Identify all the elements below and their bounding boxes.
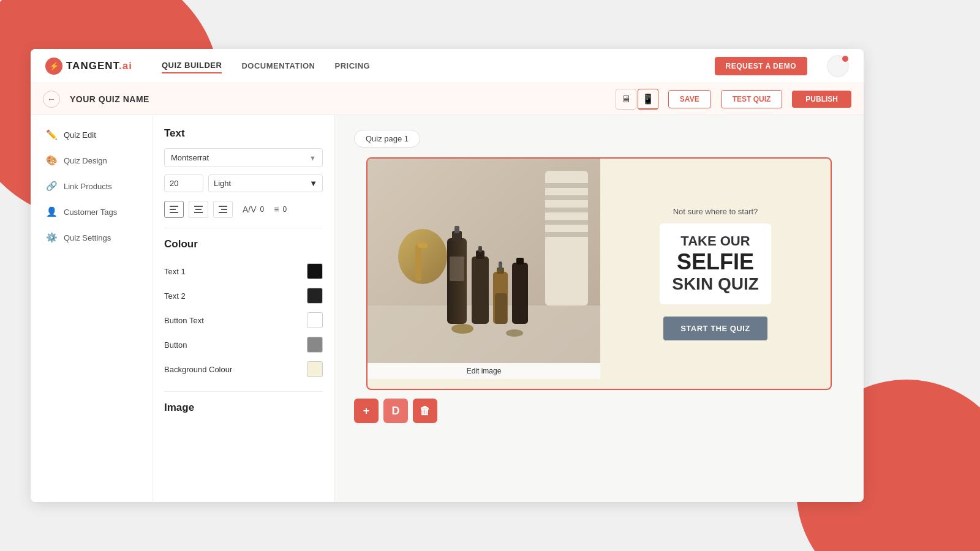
publish-button[interactable]: PUBLISH <box>792 91 851 108</box>
font-weight-select[interactable]: Light ▼ <box>208 174 323 192</box>
svg-rect-5 <box>194 212 203 213</box>
font-family-select[interactable]: Montserrat ▼ <box>164 148 323 167</box>
line-height-value: 0 <box>282 205 287 214</box>
colour-button-text-label: Button Text <box>164 316 204 325</box>
colour-section-title: Colour <box>164 238 323 250</box>
sidebar-item-label-quiz-design: Quiz Design <box>64 156 107 165</box>
logo-icon: ⚡ <box>45 58 62 75</box>
svg-rect-1 <box>170 209 176 210</box>
panel-divider-2 <box>164 391 323 392</box>
nav-documentation[interactable]: DOCUMENTATION <box>241 59 315 73</box>
svg-rect-15 <box>545 183 588 188</box>
nav-quiz-builder[interactable]: QUIZ BUILDER <box>162 58 222 73</box>
align-center-button[interactable] <box>189 201 208 218</box>
svg-rect-12 <box>415 244 421 281</box>
font-family-value: Montserrat <box>171 153 209 162</box>
colour-text2-swatch[interactable] <box>307 288 323 304</box>
sidebar-item-label-customer-tags: Customer Tags <box>64 208 117 217</box>
back-button[interactable]: ← <box>43 91 60 108</box>
product-image-svg <box>368 159 600 379</box>
colour-button-text-swatch[interactable] <box>307 312 323 328</box>
quiz-card: Edit image Not sure where to start? TAKE… <box>366 157 832 390</box>
colour-button-row: Button <box>164 332 323 357</box>
colour-background-swatch[interactable] <box>307 361 323 377</box>
quiz-settings-icon: ⚙️ <box>45 231 58 244</box>
online-indicator <box>842 56 848 62</box>
quiz-page-tab[interactable]: Quiz page 1 <box>354 130 420 148</box>
svg-rect-31 <box>516 258 524 264</box>
svg-rect-16 <box>545 195 588 200</box>
bottom-actions: + D 🗑 <box>354 399 437 423</box>
sidebar-item-quiz-edit[interactable]: ✏️ Quiz Edit <box>34 122 149 147</box>
settings-panel: Text Montserrat ▼ Light ▼ <box>153 115 334 502</box>
line-height-icon: ≡ <box>274 204 279 214</box>
align-right-icon <box>219 206 227 213</box>
svg-rect-14 <box>545 171 588 305</box>
mobile-preview-icon[interactable]: 📱 <box>638 89 658 110</box>
start-quiz-button[interactable]: START THE QUIZ <box>663 317 767 340</box>
svg-rect-7 <box>221 209 227 210</box>
sidebar-item-label-quiz-settings: Quiz Settings <box>64 233 111 242</box>
delete-block-button[interactable]: 🗑 <box>413 399 437 423</box>
colour-button-text-row: Button Text <box>164 308 323 332</box>
svg-rect-22 <box>454 226 459 233</box>
svg-rect-19 <box>545 232 588 237</box>
svg-rect-26 <box>478 246 482 252</box>
image-section-title: Image <box>164 402 323 414</box>
quiz-edit-icon: ✏️ <box>45 129 58 141</box>
svg-rect-17 <box>545 208 588 212</box>
desktop-preview-icon[interactable]: 🖥 <box>616 89 636 110</box>
second-toolbar: ← YOUR QUIZ NAME 🖥 📱 SAVE TEST QUIZ PUBL… <box>31 83 864 115</box>
font-size-input[interactable] <box>164 174 203 192</box>
line-height-group: ≡ 0 <box>274 204 287 214</box>
quiz-card-title1: TAKE OUR <box>672 233 759 249</box>
duplicate-block-button[interactable]: D <box>383 399 408 423</box>
save-button[interactable]: SAVE <box>668 90 711 108</box>
svg-point-33 <box>451 324 473 334</box>
edit-image-bar[interactable]: Edit image <box>368 363 600 379</box>
svg-rect-18 <box>545 220 588 225</box>
customer-tags-icon: 👤 <box>45 206 58 218</box>
top-nav: ⚡ TANGENT.ai QUIZ BUILDER DOCUMENTATION … <box>31 49 864 83</box>
avatar[interactable] <box>827 55 849 77</box>
canvas-area: Quiz page 1 <box>334 115 864 502</box>
quiz-name: YOUR QUIZ NAME <box>70 94 149 104</box>
sidebar-item-customer-tags[interactable]: 👤 Customer Tags <box>34 200 149 224</box>
preview-icons: 🖥 📱 <box>616 89 658 110</box>
test-quiz-button[interactable]: TEST QUIZ <box>721 90 783 108</box>
link-products-icon: 🔗 <box>45 180 58 192</box>
request-demo-button[interactable]: REQUEST A DEMO <box>715 57 807 75</box>
align-left-button[interactable] <box>164 201 184 218</box>
colour-background-label: Background Colour <box>164 365 232 374</box>
quiz-card-subtitle: Not sure where to start? <box>673 207 758 216</box>
svg-rect-0 <box>170 206 178 207</box>
svg-rect-30 <box>512 263 528 324</box>
sidebar-item-quiz-settings[interactable]: ⚙️ Quiz Settings <box>34 225 149 250</box>
letter-spacing-group: A/V 0 <box>243 204 264 214</box>
logo: ⚡ TANGENT.ai <box>45 58 132 75</box>
colour-button-swatch[interactable] <box>307 337 323 353</box>
align-left-icon <box>170 206 178 213</box>
align-right-button[interactable] <box>213 201 233 218</box>
svg-point-34 <box>506 329 523 337</box>
svg-rect-23 <box>450 257 464 281</box>
colour-text1-swatch[interactable] <box>307 263 323 279</box>
svg-rect-4 <box>195 209 202 210</box>
svg-rect-8 <box>219 212 227 213</box>
add-block-button[interactable]: + <box>354 399 379 423</box>
quiz-design-icon: 🎨 <box>45 154 58 167</box>
colour-text1-label: Text 1 <box>164 267 186 276</box>
svg-rect-6 <box>219 206 227 207</box>
quiz-title-box: TAKE OUR SELFIE SKIN QUIZ <box>660 223 771 304</box>
logo-text: TANGENT.ai <box>66 60 132 72</box>
sidebar-item-quiz-design[interactable]: 🎨 Quiz Design <box>34 148 149 173</box>
svg-point-11 <box>398 229 447 284</box>
sidebar-item-link-products[interactable]: 🔗 Link Products <box>34 174 149 198</box>
colour-background-row: Background Colour <box>164 357 323 381</box>
colour-text2-label: Text 2 <box>164 291 186 301</box>
svg-rect-13 <box>418 243 428 248</box>
nav-pricing[interactable]: PRICING <box>335 59 371 73</box>
svg-rect-2 <box>170 212 178 213</box>
font-weight-value: Light <box>214 179 231 188</box>
font-weight-arrow-icon: ▼ <box>309 179 317 188</box>
